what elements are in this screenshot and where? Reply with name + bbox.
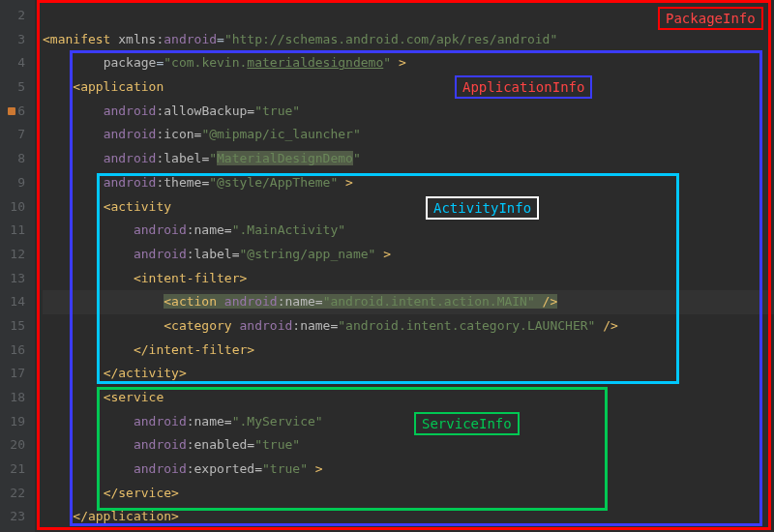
line-number: 20 bbox=[6, 433, 25, 458]
edit-marker-icon bbox=[8, 107, 15, 115]
line-number: 21 bbox=[6, 458, 25, 482]
code-line[interactable]: android:label="@string/app_name" > bbox=[43, 243, 774, 267]
line-number: 6 bbox=[6, 100, 25, 124]
code-line[interactable]: <action android:name="android.intent.act… bbox=[43, 290, 774, 314]
code-area[interactable]: <manifest xmlns:android="http://schemas.… bbox=[35, 0, 774, 532]
code-line[interactable]: android:enabled="true" bbox=[43, 433, 774, 458]
line-number: 10 bbox=[6, 195, 25, 220]
code-line[interactable]: <activity bbox=[43, 195, 774, 220]
line-number: 11 bbox=[6, 219, 25, 243]
line-number: 3 bbox=[6, 28, 25, 52]
line-number: 23 bbox=[6, 505, 25, 529]
line-number: 9 bbox=[6, 171, 25, 195]
line-number: 4 bbox=[6, 51, 25, 75]
line-number: 13 bbox=[6, 267, 25, 291]
code-line[interactable]: <application bbox=[43, 75, 774, 100]
line-number: 5 bbox=[6, 75, 25, 100]
line-number: 14 bbox=[6, 290, 25, 314]
line-number: 7 bbox=[6, 123, 25, 147]
code-line[interactable]: <service bbox=[43, 386, 774, 410]
line-number: 2 bbox=[6, 4, 25, 28]
code-line[interactable]: android:name=".MyService" bbox=[43, 410, 774, 434]
code-line[interactable]: package="com.kevin.materialdesigndemo" > bbox=[43, 51, 774, 75]
line-number: 17 bbox=[6, 362, 25, 386]
line-number: 8 bbox=[6, 147, 25, 171]
line-number: 19 bbox=[6, 410, 25, 434]
line-number: 12 bbox=[6, 243, 25, 267]
line-number: 16 bbox=[6, 339, 25, 363]
code-line[interactable]: <category android:name="android.intent.c… bbox=[43, 314, 774, 339]
line-number: 15 bbox=[6, 314, 25, 339]
line-number: 22 bbox=[6, 482, 25, 506]
code-line[interactable]: android:icon="@mipmap/ic_launcher" bbox=[43, 123, 774, 147]
code-line[interactable]: android:theme="@style/AppTheme" > bbox=[43, 171, 774, 195]
code-line[interactable]: </service> bbox=[43, 482, 774, 506]
line-number-gutter: 2 3 4 5 6 7 8 9 10 11 12 13 14 15 16 17 … bbox=[0, 0, 35, 532]
code-line[interactable]: </activity> bbox=[43, 362, 774, 386]
code-line[interactable]: </application> bbox=[43, 505, 774, 529]
code-line[interactable]: android:label="MaterialDesignDemo" bbox=[43, 147, 774, 171]
code-line[interactable]: <intent-filter> bbox=[43, 267, 774, 291]
code-line[interactable]: android:exported="true" > bbox=[43, 458, 774, 482]
code-line[interactable]: </intent-filter> bbox=[43, 339, 774, 363]
code-line[interactable]: android:name=".MainActivity" bbox=[43, 219, 774, 243]
code-editor[interactable]: 2 3 4 5 6 7 8 9 10 11 12 13 14 15 16 17 … bbox=[0, 0, 774, 532]
code-line[interactable]: android:allowBackup="true" bbox=[43, 100, 774, 124]
code-line[interactable]: <manifest xmlns:android="http://schemas.… bbox=[43, 28, 774, 52]
line-number: 18 bbox=[6, 386, 25, 410]
